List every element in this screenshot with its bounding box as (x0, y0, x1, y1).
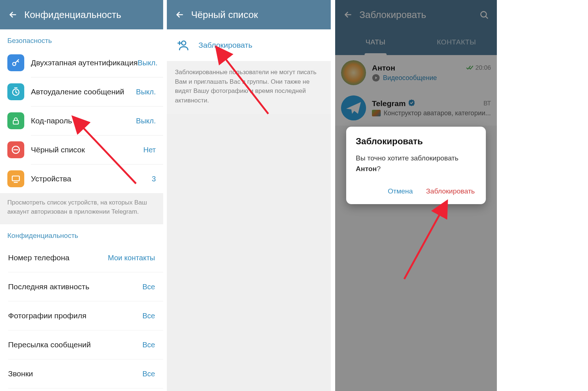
row-last-seen[interactable]: Последняя активность Все (0, 272, 163, 301)
page-title: Конфиденциальность (24, 9, 121, 21)
row-phone-number[interactable]: Номер телефона Мои контакты (0, 243, 163, 272)
appbar: Чёрный список (167, 0, 331, 29)
dialog-title: Заблокировать (356, 136, 476, 146)
screen-block-picker: Заблокировать ЧАТЫ КОНТАКТЫ Антон (335, 0, 497, 391)
row-value: Выкл. (136, 117, 156, 125)
key-icon (7, 54, 24, 71)
back-button[interactable] (171, 6, 188, 23)
section-header-privacy: Конфиденциальность (0, 224, 163, 243)
row-two-step-auth[interactable]: Двухэтапная аутентификация Выкл. (0, 48, 163, 77)
timer-icon (7, 83, 24, 100)
screen-privacy-settings: Конфиденциальность Безопасность Двухэтап… (0, 0, 163, 391)
row-devices[interactable]: Устройства 3 (0, 164, 163, 193)
dialog-confirm-button[interactable]: Заблокировать (424, 184, 476, 198)
back-button[interactable] (4, 6, 21, 23)
appbar: Конфиденциальность (0, 0, 163, 29)
row-value: Выкл. (136, 88, 156, 96)
row-value: 3 (152, 175, 156, 183)
row-label: Автоудаление сообщений (31, 87, 136, 96)
row-label: Двухэтапная аутентификация (31, 58, 138, 67)
row-groups[interactable]: Группы и каналы Все (0, 388, 163, 391)
row-blacklist[interactable]: Чёрный список Нет (0, 135, 163, 164)
devices-icon (7, 170, 24, 187)
row-label: Код-пароль (31, 116, 136, 125)
block-user-label: Заблокировать (198, 41, 252, 50)
arrow-left-icon (175, 10, 184, 19)
row-value: Нет (143, 146, 156, 154)
blacklist-description: Заблокированные пользователи не могут пи… (167, 61, 331, 114)
security-footnote: Просмотреть список устройств, на которых… (0, 193, 163, 224)
block-icon (7, 141, 24, 158)
row-profile-photos[interactable]: Фотографии профиля Все (0, 301, 163, 330)
page-title: Чёрный список (191, 9, 258, 21)
security-list: Двухэтапная аутентификация Выкл. Автоуда… (0, 48, 163, 193)
section-header-security: Безопасность (0, 29, 163, 48)
arrow-left-icon (8, 10, 18, 19)
privacy-list: Номер телефона Мои контакты Последняя ак… (0, 243, 163, 391)
row-calls[interactable]: Звонки Все (0, 359, 163, 388)
row-passcode[interactable]: Код-пароль Выкл. (0, 106, 163, 135)
dialog-message: Вы точно хотите заблокировать Антон? (356, 153, 476, 174)
block-user-button[interactable]: Заблокировать (167, 29, 331, 61)
row-auto-delete[interactable]: Автоудаление сообщений Выкл. (0, 77, 163, 106)
row-value: Выкл. (138, 59, 158, 67)
confirm-dialog: Заблокировать Вы точно хотите заблокиров… (346, 127, 486, 204)
screen-blacklist: Чёрный список Заблокировать Заблокирован… (167, 0, 331, 391)
row-label: Устройства (31, 174, 152, 183)
add-user-icon (175, 37, 190, 53)
row-forwarding[interactable]: Пересылка сообщений Все (0, 330, 163, 359)
row-label: Чёрный список (31, 145, 143, 154)
dialog-cancel-button[interactable]: Отмена (386, 184, 414, 198)
svg-rect-4 (12, 176, 19, 181)
svg-point-5 (182, 41, 186, 45)
svg-rect-2 (13, 120, 18, 124)
lock-icon (7, 112, 24, 129)
